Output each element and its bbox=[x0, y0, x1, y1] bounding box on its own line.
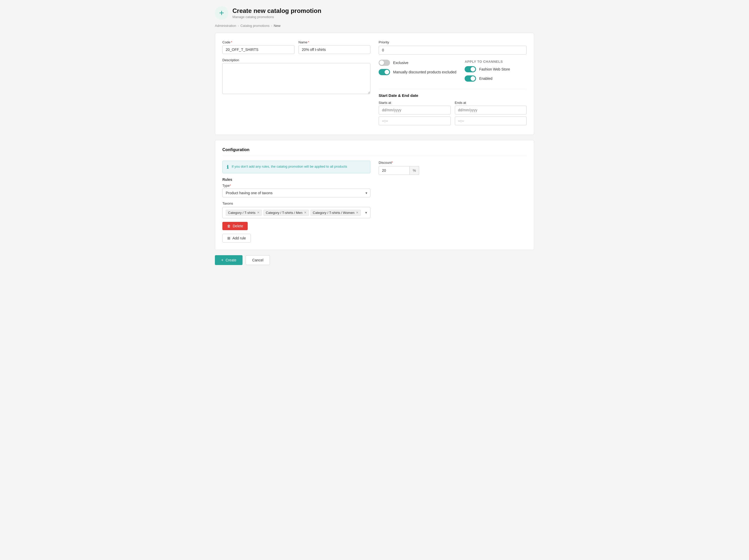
ends-at-label: Ends at bbox=[455, 101, 527, 105]
starts-at-date[interactable] bbox=[379, 106, 451, 114]
info-icon: ℹ bbox=[227, 165, 229, 169]
right-column: Priority Exclusive bbox=[379, 40, 527, 127]
name-input[interactable] bbox=[299, 45, 371, 54]
apply-channels-section: Apply to channels Fashion Web Store bbox=[465, 60, 510, 85]
discount-label: Discount* bbox=[379, 161, 527, 165]
page-title-block: Create new catalog promotion Manage cata… bbox=[232, 7, 321, 19]
rules-label: Rules bbox=[222, 177, 370, 181]
date-section-title: Start Date & End date bbox=[379, 93, 527, 98]
ends-at-date[interactable] bbox=[455, 106, 527, 114]
create-button[interactable]: + Create bbox=[215, 255, 242, 265]
starts-at-group: Starts at bbox=[379, 101, 451, 127]
footer-actions: + Create Cancel bbox=[215, 255, 534, 265]
channel-name: Fashion Web Store bbox=[479, 67, 510, 71]
breadcrumb-catalog[interactable]: Catalog promotions bbox=[240, 24, 270, 28]
info-box: ℹ If you don't add any rules, the catalo… bbox=[222, 161, 370, 173]
exclusive-label: Exclusive bbox=[393, 61, 408, 65]
description-textarea[interactable] bbox=[222, 63, 370, 94]
discount-input[interactable] bbox=[379, 166, 410, 175]
exclusive-toggle-row: Exclusive Manually discounted products e… bbox=[379, 60, 456, 85]
page-subtitle: Manage catalog promotions bbox=[232, 15, 321, 19]
page-header: Create new catalog promotion Manage cata… bbox=[215, 6, 534, 20]
info-text: If you don't add any rules, the catalog … bbox=[232, 165, 347, 168]
discount-input-row: % bbox=[379, 166, 527, 175]
enabled-label: Enabled bbox=[479, 77, 492, 81]
code-group: Code* bbox=[222, 40, 295, 54]
main-card: Code* Name* Description bbox=[215, 33, 534, 135]
manually-excluded-toggle[interactable] bbox=[379, 69, 390, 75]
config-section-title: Configuration bbox=[222, 148, 527, 155]
taxons-field[interactable]: Category / T-shirts ✕ Category / T-shirt… bbox=[222, 207, 370, 218]
name-label: Name* bbox=[299, 40, 371, 44]
config-right: Discount* % bbox=[379, 161, 527, 242]
plus-box-icon: ⊞ bbox=[227, 236, 230, 240]
configuration-card: Configuration ℹ If you don't add any rul… bbox=[215, 140, 534, 250]
delete-button[interactable]: 🗑 Delete bbox=[222, 222, 248, 230]
add-rule-button[interactable]: ⊞ Add rule bbox=[222, 234, 251, 242]
remove-taxon-3[interactable]: ✕ bbox=[356, 211, 359, 214]
manually-excluded-label: Manually discounted products excluded bbox=[393, 70, 456, 74]
list-item: Category / T-shirts / Women ✕ bbox=[311, 210, 361, 216]
code-label: Code* bbox=[222, 40, 295, 44]
type-select-wrapper: Product having one of taxonsFor products… bbox=[222, 189, 370, 197]
list-item: Category / T-shirts ✕ bbox=[226, 210, 262, 216]
enabled-toggle[interactable] bbox=[465, 76, 476, 82]
taxons-label: Taxons bbox=[222, 201, 370, 206]
code-input[interactable] bbox=[222, 45, 295, 54]
remove-taxon-1[interactable]: ✕ bbox=[257, 211, 260, 214]
priority-section: Priority bbox=[379, 40, 527, 55]
exclusive-toggle[interactable] bbox=[379, 60, 390, 66]
type-label: Type* bbox=[222, 184, 370, 188]
config-left: ℹ If you don't add any rules, the catalo… bbox=[222, 161, 370, 242]
page-title: Create new catalog promotion bbox=[232, 7, 321, 15]
name-group: Name* bbox=[299, 40, 371, 54]
ends-at-time[interactable] bbox=[455, 116, 527, 125]
list-item: Category / T-shirts / Men ✕ bbox=[263, 210, 309, 216]
discount-suffix: % bbox=[410, 166, 419, 175]
description-label: Description bbox=[222, 58, 370, 62]
type-select[interactable]: Product having one of taxonsFor products… bbox=[222, 189, 370, 197]
trash-icon: 🗑 bbox=[227, 224, 231, 228]
priority-label: Priority bbox=[379, 40, 527, 44]
description-group: Description bbox=[222, 58, 370, 94]
breadcrumb-admin[interactable]: Administration bbox=[215, 24, 236, 28]
create-plus-icon: + bbox=[221, 258, 223, 262]
page-icon bbox=[215, 6, 228, 20]
breadcrumb: Administration › Catalog promotions › Ne… bbox=[215, 24, 534, 28]
channel-toggle[interactable] bbox=[465, 66, 476, 72]
ends-at-group: Ends at bbox=[455, 101, 527, 127]
remove-taxon-2[interactable]: ✕ bbox=[304, 211, 306, 214]
starts-at-time[interactable] bbox=[379, 116, 451, 125]
priority-input[interactable] bbox=[379, 46, 527, 55]
cancel-button[interactable]: Cancel bbox=[245, 255, 270, 265]
breadcrumb-current: New bbox=[274, 24, 280, 28]
starts-at-label: Starts at bbox=[379, 101, 451, 105]
taxons-dropdown-arrow-icon[interactable]: ▾ bbox=[365, 211, 367, 215]
date-grid: Starts at Ends at bbox=[379, 101, 527, 127]
apply-channels-label: Apply to channels bbox=[465, 60, 510, 64]
left-column: Code* Name* Description bbox=[222, 40, 370, 127]
